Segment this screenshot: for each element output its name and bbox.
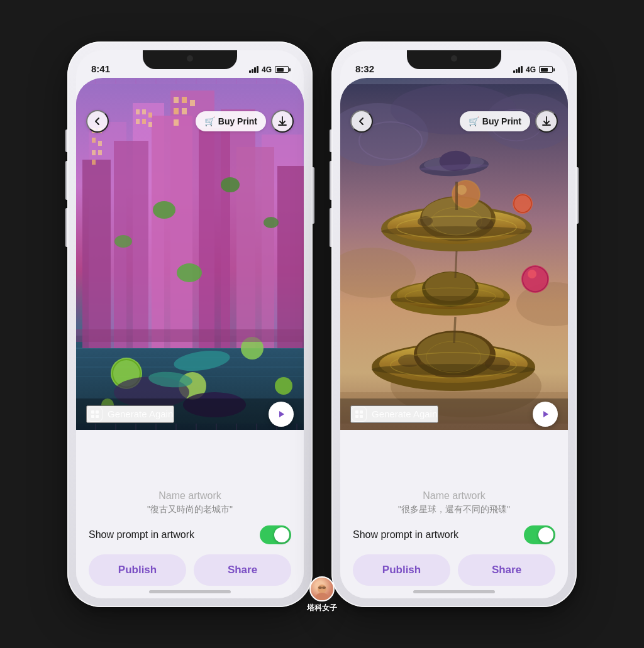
volume-down-button[interactable] (65, 208, 67, 247)
svg-point-39 (264, 217, 279, 228)
svg-rect-15 (236, 147, 274, 348)
svg-point-37 (221, 177, 240, 192)
toggle-right[interactable] (524, 525, 555, 544)
show-prompt-label-left: Show prompt in artwork (89, 529, 194, 541)
generate-bar-left: Generate Again (76, 398, 304, 430)
notch-right (407, 50, 501, 69)
download-button-left[interactable] (271, 110, 294, 133)
volume-down-button-right[interactable] (330, 208, 331, 247)
nav-right-left: 🛒 Buy Print (196, 110, 294, 133)
phone-left: 8:41 4G (67, 41, 313, 607)
watermark-avatar (309, 576, 335, 601)
artwork-name-label-left: Name artwork (89, 490, 291, 502)
generate-again-button-left[interactable]: Generate Again (86, 405, 174, 423)
svg-point-109 (318, 585, 326, 593)
volume-mute-button-right[interactable] (330, 129, 331, 152)
svg-rect-14 (199, 128, 230, 348)
svg-point-36 (153, 201, 175, 219)
power-button[interactable] (313, 167, 314, 224)
power-button-right[interactable] (577, 167, 579, 224)
cart-icon-right: 🛒 (469, 116, 479, 126)
svg-rect-19 (92, 138, 96, 143)
status-icons-right: 4G (513, 65, 553, 74)
network-type-right: 4G (526, 65, 536, 74)
show-prompt-row-right: Show prompt in artwork (353, 525, 555, 544)
svg-rect-53 (96, 410, 99, 414)
cart-icon-left: 🛒 (204, 116, 215, 126)
svg-rect-13 (152, 116, 192, 348)
watermark: 塔科女子 (170, 576, 474, 613)
svg-rect-108 (360, 415, 363, 418)
toggle-left[interactable] (260, 525, 291, 544)
svg-rect-20 (98, 141, 102, 146)
buy-print-label-right: Buy Print (482, 116, 521, 126)
ai-icon-right (352, 407, 367, 422)
svg-rect-55 (96, 415, 99, 418)
svg-point-38 (114, 235, 132, 248)
svg-rect-16 (277, 166, 304, 348)
notch-left (143, 50, 237, 69)
generate-again-button-right[interactable]: Generate Again (350, 405, 438, 423)
svg-point-111 (318, 586, 322, 589)
svg-rect-11 (82, 160, 111, 348)
battery-icon-left (275, 66, 289, 73)
svg-point-112 (322, 586, 326, 589)
watermark-text: 塔科女子 (307, 603, 337, 613)
back-button-left[interactable] (86, 110, 109, 133)
generate-bar-right: Generate Again (340, 398, 568, 430)
svg-point-49 (275, 377, 292, 395)
svg-rect-52 (91, 410, 94, 414)
signal-icon-right (513, 66, 523, 73)
artwork-prompt-right: "很多星球，還有不同的飛碟" (353, 504, 555, 515)
svg-rect-105 (355, 410, 358, 414)
download-button-right[interactable] (535, 110, 558, 133)
svg-point-81 (521, 265, 549, 293)
show-prompt-row-left: Show prompt in artwork (89, 525, 291, 544)
network-type-left: 4G (262, 65, 272, 74)
phone-screen-left: 8:41 4G (76, 50, 304, 598)
back-button-right[interactable] (350, 110, 373, 133)
svg-line-99 (454, 317, 455, 343)
artwork-prompt-left: "復古又時尚的老城市" (89, 504, 291, 515)
artwork-container-left: 🛒 Buy Print (76, 78, 304, 430)
top-nav-right: 🛒 Buy Print (340, 106, 568, 137)
generate-again-label-right: Generate Again (372, 409, 437, 419)
svg-rect-51 (76, 329, 304, 342)
volume-up-button[interactable] (65, 161, 67, 200)
svg-point-83 (528, 270, 536, 278)
svg-point-79 (513, 194, 533, 214)
svg-rect-54 (91, 415, 94, 418)
svg-line-98 (455, 251, 457, 278)
svg-rect-23 (98, 150, 102, 155)
svg-rect-30 (174, 97, 179, 103)
battery-icon-right (539, 66, 553, 73)
buy-print-button-right[interactable]: 🛒 Buy Print (460, 111, 530, 131)
svg-point-110 (316, 593, 328, 600)
play-button-left[interactable] (269, 402, 294, 427)
generate-again-label-left: Generate Again (108, 409, 173, 419)
svg-rect-31 (182, 97, 187, 103)
buy-print-button-left[interactable]: 🛒 Buy Print (196, 111, 266, 131)
play-button-right[interactable] (533, 402, 558, 427)
status-icons-left: 4G (249, 65, 289, 74)
svg-point-94 (372, 364, 535, 375)
top-nav-left: 🛒 Buy Print (76, 106, 304, 137)
buy-print-label-left: Buy Print (218, 116, 257, 126)
volume-mute-button[interactable] (65, 129, 67, 152)
phone-screen-right: 8:32 4G (340, 50, 568, 598)
svg-rect-21 (92, 150, 96, 155)
svg-point-102 (398, 354, 421, 367)
toggle-knob-right (538, 527, 553, 542)
svg-rect-22 (92, 160, 96, 165)
svg-rect-107 (355, 415, 358, 418)
show-prompt-label-right: Show prompt in artwork (353, 529, 458, 541)
svg-point-40 (177, 263, 202, 282)
toggle-knob-left (274, 527, 289, 542)
signal-icon-left (249, 66, 258, 73)
artwork-container-right: 🛒 Buy Print (340, 78, 568, 430)
volume-up-button-right[interactable] (330, 161, 331, 200)
nav-right-right: 🛒 Buy Print (460, 110, 558, 133)
artwork-name-label-right: Name artwork (353, 490, 555, 502)
svg-point-103 (485, 357, 510, 371)
phone-right: 8:32 4G (331, 41, 577, 607)
